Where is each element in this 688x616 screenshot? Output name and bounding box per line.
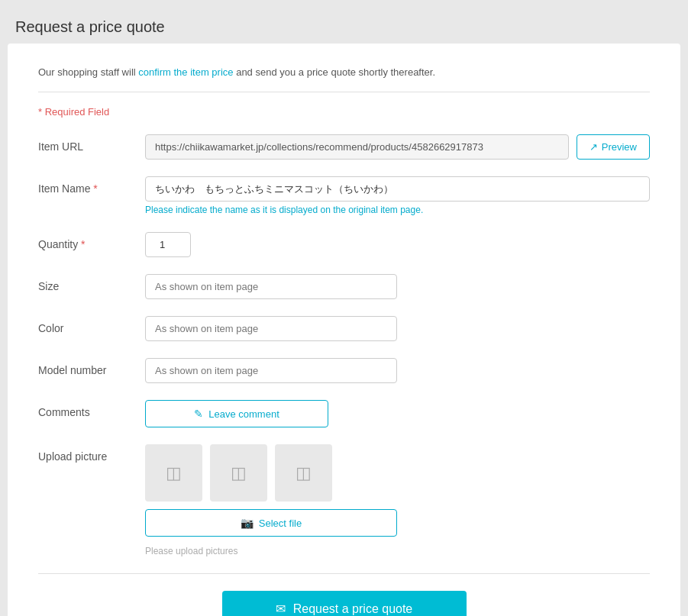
color-control [145, 316, 650, 341]
size-control [145, 274, 650, 299]
upload-picture-control: ◫ ◫ ◫ 📷 Select file Please upload pictur… [145, 444, 650, 556]
item-url-label: Item URL [38, 134, 145, 153]
image-icon-3: ◫ [296, 463, 312, 483]
item-name-input[interactable] [145, 176, 650, 202]
item-name-label: Item Name * [38, 176, 145, 195]
comment-button-label: Leave comment [208, 408, 279, 420]
comments-label: Comments [38, 400, 145, 418]
item-name-hint: Please indicate the name as it is displa… [145, 205, 650, 215]
size-input[interactable] [145, 274, 397, 299]
upload-thumb-2[interactable]: ◫ [210, 444, 267, 502]
select-file-label: Select file [259, 518, 302, 529]
color-row: Color [38, 316, 650, 341]
color-label: Color [38, 316, 145, 334]
quantity-label: Quantity * [38, 232, 145, 250]
submit-button[interactable]: ✉ Request a price quote [222, 591, 467, 616]
size-label: Size [38, 274, 145, 292]
quantity-input[interactable] [145, 232, 191, 257]
required-field-label: * Required Field [38, 106, 650, 118]
model-number-label: Model number [38, 358, 145, 376]
upload-thumb-1[interactable]: ◫ [145, 444, 202, 502]
size-row: Size [38, 274, 650, 299]
preview-button-label: Preview [602, 141, 637, 153]
quantity-control [145, 232, 650, 257]
required-star: * [90, 182, 97, 195]
image-icon-2: ◫ [231, 463, 247, 483]
page-wrapper: Request a price quote Our shopping staff… [0, 0, 688, 616]
info-text: Our shopping staff will confirm the item… [38, 66, 650, 78]
page-title: Request a price quote [0, 8, 688, 44]
item-url-row: Item URL ↗ Preview [38, 134, 650, 160]
submit-button-label: Request a price quote [293, 602, 413, 616]
quantity-row: Quantity * [38, 232, 650, 257]
upload-thumb-3[interactable]: ◫ [275, 444, 332, 502]
item-url-input[interactable] [145, 134, 569, 160]
divider-top [38, 92, 650, 92]
preview-button[interactable]: ↗ Preview [577, 134, 650, 160]
form-card: Our shopping staff will confirm the item… [8, 44, 680, 616]
image-icon-1: ◫ [166, 463, 182, 483]
item-name-control: Please indicate the name as it is displa… [145, 176, 650, 215]
item-name-row: Item Name * Please indicate the name as … [38, 176, 650, 215]
comments-control: ✎ Leave comment [145, 400, 650, 427]
upload-icon: 📷 [241, 517, 254, 529]
leave-comment-button[interactable]: ✎ Leave comment [145, 400, 328, 427]
model-number-control [145, 358, 650, 383]
send-icon: ✉ [276, 601, 286, 616]
edit-icon: ✎ [194, 408, 203, 420]
upload-picture-row: Upload picture ◫ ◫ ◫ 📷 Select file [38, 444, 650, 556]
comments-row: Comments ✎ Leave comment [38, 400, 650, 427]
quantity-required-star: * [78, 238, 85, 250]
item-url-control: ↗ Preview [145, 134, 650, 160]
divider-bottom [38, 573, 650, 574]
upload-hint: Please upload pictures [145, 546, 650, 556]
submit-wrap: ✉ Request a price quote [38, 591, 650, 616]
color-input[interactable] [145, 316, 397, 341]
model-number-input[interactable] [145, 358, 397, 383]
select-file-button[interactable]: 📷 Select file [145, 509, 397, 537]
upload-picture-label: Upload picture [38, 444, 145, 463]
external-link-icon: ↗ [589, 141, 598, 153]
upload-thumbnails: ◫ ◫ ◫ [145, 444, 650, 502]
model-number-row: Model number [38, 358, 650, 383]
